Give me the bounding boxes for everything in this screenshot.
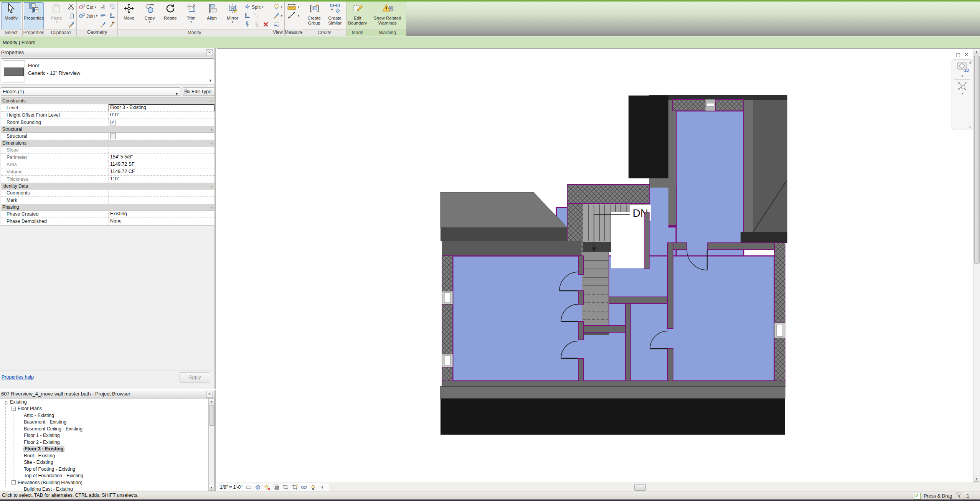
properties-help-link[interactable]: Properties help bbox=[2, 374, 34, 380]
ribbon-button-offset[interactable] bbox=[108, 12, 116, 20]
ribbon-button-linework[interactable]: ▾ bbox=[272, 12, 283, 20]
tree-item-roof-existing[interactable]: Roof - Existing bbox=[0, 452, 208, 459]
expander-icon[interactable]: − bbox=[12, 407, 16, 411]
ribbon-button-create-similar[interactable]: Create Similar bbox=[325, 2, 345, 29]
ribbon-button-unpin[interactable] bbox=[252, 21, 261, 29]
ribbon-button-cut-geometry[interactable]: Cut▾ bbox=[78, 3, 97, 12]
ribbon-panel-label-mode[interactable]: Mode bbox=[346, 29, 369, 36]
scroll-up-icon[interactable]: ▲ bbox=[209, 399, 214, 404]
tree-item-elevations-building-elevation[interactable]: −Elevations (Building Elevation) bbox=[0, 479, 208, 486]
collapse-icon[interactable]: « bbox=[208, 142, 214, 144]
ribbon-button-split-element[interactable]: Split▾ bbox=[243, 3, 264, 12]
property-value-phase-created[interactable]: Existing bbox=[109, 211, 214, 218]
ribbon-button-rotate[interactable]: Rotate bbox=[160, 2, 180, 29]
ribbon-button-array[interactable] bbox=[252, 12, 261, 20]
ribbon-panel-label-create[interactable]: Create bbox=[303, 29, 346, 36]
property-value-height-offset-from-level[interactable]: 0' 0" bbox=[109, 112, 214, 119]
ribbon-button-join-geometry[interactable]: Join▾ bbox=[78, 12, 98, 20]
collapse-icon[interactable]: « bbox=[208, 185, 214, 187]
chevron-down-icon[interactable]: ▼ bbox=[955, 92, 970, 96]
ribbon-button-measure-between-refs[interactable]: ▾ bbox=[286, 10, 300, 21]
ribbon-button-edit-boundary[interactable]: Edit Boundary bbox=[348, 2, 368, 29]
property-value-volume[interactable]: 1149.72 CF bbox=[109, 168, 214, 175]
crop-view-icon[interactable] bbox=[282, 484, 289, 491]
tree-item-basement-existing[interactable]: Basement - Existing bbox=[0, 419, 208, 426]
collapse-icon[interactable]: « bbox=[208, 206, 214, 208]
section-structural[interactable]: Structural« bbox=[1, 126, 214, 133]
vertical-scrollbar[interactable]: ▲ ▼ bbox=[973, 49, 980, 483]
selection-filter-combo[interactable]: Floors (1) ▼ bbox=[1, 87, 180, 96]
shadows-icon[interactable] bbox=[273, 484, 280, 491]
ribbon-panel-label-warning[interactable]: Warning bbox=[369, 29, 406, 36]
reveal-hidden-icon[interactable] bbox=[310, 484, 317, 491]
close-icon[interactable]: ✕ bbox=[206, 391, 213, 397]
tree-item-building-east-existing[interactable]: Building East - Existing bbox=[0, 486, 208, 491]
ribbon-button-modify[interactable]: Modify bbox=[1, 2, 21, 29]
ribbon-button-paint[interactable] bbox=[99, 21, 107, 29]
ribbon-panel-label-geometry[interactable]: Geometry bbox=[77, 29, 117, 36]
zoom-button[interactable]: ▼ bbox=[955, 81, 970, 96]
filter-icon[interactable] bbox=[955, 492, 962, 500]
ribbon-button-wall-joins[interactable] bbox=[99, 3, 107, 12]
ribbon-button-beam-cutback[interactable] bbox=[99, 12, 107, 20]
temporary-hide-icon[interactable] bbox=[300, 484, 307, 491]
minimize-icon[interactable]: — bbox=[947, 52, 952, 58]
property-value-perimeter[interactable]: 154' 5 5/8" bbox=[109, 154, 214, 161]
ribbon-button-copy[interactable]: Copy▾ bbox=[140, 2, 160, 29]
crop-region-icon[interactable] bbox=[291, 484, 298, 491]
ribbon-button-match-type-properties[interactable] bbox=[67, 21, 75, 29]
ribbon-button-create-group[interactable]: Create Group bbox=[304, 2, 324, 29]
chevron-down-icon[interactable]: ▼ bbox=[955, 74, 970, 78]
ribbon-button-paste[interactable]: Paste▾ bbox=[46, 2, 66, 29]
ribbon-button-pin[interactable] bbox=[243, 21, 251, 29]
edit-type-button[interactable]: Edit Type bbox=[183, 87, 215, 96]
ribbon-panel-label-properties[interactable]: Properties bbox=[23, 29, 45, 36]
ribbon-button-demolish[interactable] bbox=[108, 21, 116, 29]
property-value-mark[interactable] bbox=[109, 197, 214, 204]
section-phasing[interactable]: Phasing« bbox=[1, 204, 214, 211]
ribbon-panel-label-modify[interactable]: Modify bbox=[118, 29, 271, 36]
tree-item-floor-3-existing[interactable]: Floor 3 - Existing bbox=[0, 446, 208, 453]
collapse-icon[interactable]: ⊖ bbox=[968, 125, 971, 129]
ribbon-panel-label-view[interactable]: View bbox=[271, 29, 284, 36]
ribbon-button-view-visibility[interactable]: ▾ bbox=[272, 3, 283, 12]
ribbon-panel-label-measure[interactable]: Measure bbox=[285, 29, 303, 36]
expand-left-icon[interactable] bbox=[319, 484, 326, 491]
tree-item-floor-1-existing[interactable]: Floor 1 - Existing bbox=[0, 432, 208, 439]
property-value-level[interactable]: Floor 3 - Existing bbox=[109, 104, 214, 111]
ribbon-button-align[interactable]: Align bbox=[202, 2, 222, 29]
expander-icon[interactable]: − bbox=[4, 400, 8, 404]
visual-style-icon[interactable] bbox=[254, 484, 261, 491]
ribbon-button-trim[interactable]: Trim▾ bbox=[181, 2, 201, 29]
tree-item-basement-ceiling-existing[interactable]: Basement Ceiling - Existing bbox=[0, 425, 208, 432]
horizontal-scroll-thumb[interactable] bbox=[634, 484, 646, 491]
property-value-phase-demolished[interactable]: None bbox=[109, 218, 214, 225]
property-value-thickness[interactable]: 1' 0" bbox=[109, 176, 214, 183]
chevron-down-icon[interactable]: ▼ bbox=[209, 79, 212, 82]
property-value-room-bounding[interactable] bbox=[109, 119, 214, 126]
close-icon[interactable]: ✕ bbox=[964, 52, 968, 58]
ribbon-panel-label-clipboard[interactable]: Clipboard bbox=[45, 29, 76, 36]
section-dimensions[interactable]: Dimensions« bbox=[1, 140, 214, 147]
collapse-icon[interactable]: « bbox=[208, 129, 214, 130]
apply-button[interactable]: Apply bbox=[180, 372, 210, 382]
ribbon-button-hide-elements[interactable] bbox=[272, 21, 280, 29]
floor-plan[interactable]: DN bbox=[217, 49, 973, 483]
checkbox-structural[interactable] bbox=[110, 133, 116, 139]
tree-item-existing[interactable]: −Existing bbox=[0, 399, 208, 405]
tree-item-floor-2-existing[interactable]: Floor 2 - Existing bbox=[0, 439, 208, 446]
property-value-slope[interactable] bbox=[109, 147, 214, 153]
sun-path-icon[interactable] bbox=[264, 484, 271, 491]
checkbox-room-bounding[interactable] bbox=[110, 120, 116, 125]
ribbon-button-show-related-warnings[interactable]: Show Related Warnings bbox=[370, 2, 405, 29]
project-browser-header[interactable]: 607 Riverview_4_move wall master bath - … bbox=[0, 390, 214, 399]
ribbon-button-properties[interactable]: Properties bbox=[24, 2, 44, 29]
steering-wheel-button[interactable]: 2D ▼ bbox=[955, 61, 970, 78]
ribbon-panel-label-select[interactable]: Select bbox=[0, 29, 22, 36]
tree-scrollbar[interactable]: ▲ ▼ bbox=[208, 398, 214, 491]
ribbon-button-move[interactable]: Move bbox=[119, 2, 139, 29]
property-value-comments[interactable] bbox=[109, 190, 214, 196]
type-selector[interactable]: Floor Generic - 12" Riverview ▼ bbox=[1, 58, 214, 84]
scroll-down-icon[interactable]: ▼ bbox=[209, 485, 214, 491]
ribbon-button-delete[interactable] bbox=[262, 21, 270, 29]
